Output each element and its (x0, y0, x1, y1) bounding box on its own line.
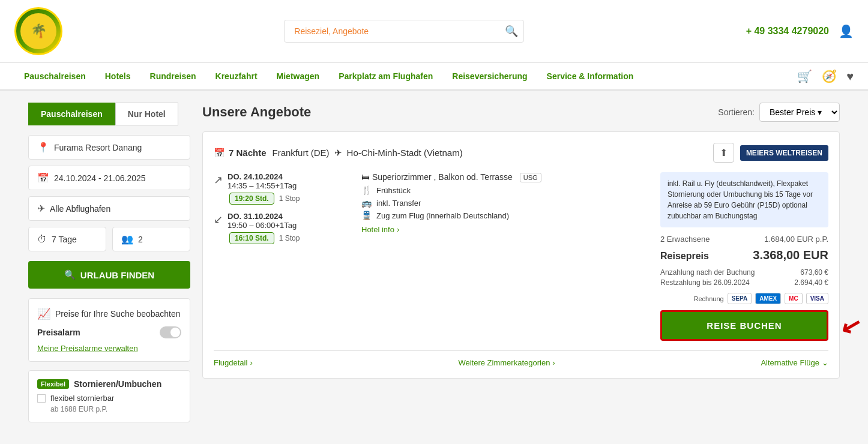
transfer-value: inkl. Transfer (376, 199, 421, 208)
reisepreis-row: Reisepreis 3.368,00 EUR (660, 248, 828, 262)
nav-icons: 🛒 🧭 ♥ (797, 69, 854, 83)
return-flight: ↙ DO. 31.10.2024 19:50 – 06:00+1Tag 16:1… (214, 212, 346, 244)
price-per-person: 1.684,00 EUR p.P. (764, 235, 828, 244)
nights-badge: 📅 7 Nächte (214, 148, 267, 158)
nav-rundreisen[interactable]: Rundreisen (140, 63, 206, 89)
nav-service[interactable]: Service & Information (537, 63, 643, 89)
offer-body: ↗ DO. 24.10.2024 14:35 – 14:55+1Tag 19:2… (214, 172, 828, 341)
anzahlung-value: 673,60 € (800, 268, 828, 277)
chevron-right-icon: › (397, 225, 399, 234)
header-right: + 49 3334 4279020 👤 (746, 24, 854, 38)
meal-icon: 🍴 (361, 185, 372, 195)
find-button[interactable]: 🔍 URLAUB FINDEN (28, 261, 190, 289)
heart-icon[interactable]: ♥ (846, 70, 854, 83)
sidebar: Pauschalreisen Nur Hotel 📍 Furama Resort… (28, 103, 190, 422)
outbound-flight: ↗ DO. 24.10.2024 14:35 – 14:55+1Tag 19:2… (214, 172, 346, 205)
restzahlung-value: 2.694,40 € (794, 278, 828, 287)
nav-hotels[interactable]: Hotels (95, 63, 140, 89)
persons-value: 2 (138, 235, 143, 244)
search-button[interactable]: 🔍 (505, 25, 518, 38)
user-icon[interactable]: 👤 (839, 24, 854, 38)
return-time: 19:50 – 06:00+1Tag (228, 221, 297, 230)
rechnung-label: Rechnung (694, 295, 724, 302)
outbound-date: DO. 24.10.2024 (228, 172, 297, 181)
nav-reiseversicherung[interactable]: Reiseversicherung (442, 63, 537, 89)
trend-icon: 📈 (37, 307, 50, 320)
flight-detail-link[interactable]: Flugdetail › (214, 358, 253, 367)
airports-value: Alle Abflughafen (50, 204, 110, 214)
manage-preisalarm-link[interactable]: Meine Preisalarme verwalten (37, 344, 138, 353)
content-header: Unsere Angebote Sortieren: Bester Preis … (202, 103, 840, 122)
destination-field[interactable]: 📍 Furama Resort Danang (28, 135, 190, 160)
dates-field[interactable]: 📅 24.10.2024 - 21.06.2025 (28, 166, 190, 190)
calendar-icon: 📅 (214, 148, 225, 158)
flight-icon: ✈ (334, 148, 342, 158)
arrive-icon: ↙ (214, 213, 223, 226)
preisalarm-row: Preisalarm (37, 326, 181, 338)
cart-icon[interactable]: 🛒 (797, 69, 812, 83)
outbound-stops: 1 Stop (279, 194, 300, 203)
sidebar-tabs: Pauschalreisen Nur Hotel (28, 103, 190, 125)
sort-label: Sortieren: (718, 107, 755, 117)
days-persons-row: ⏱ 7 Tage 👥 2 (28, 227, 190, 257)
storno-checkbox[interactable] (37, 394, 46, 403)
search-input[interactable] (284, 20, 524, 43)
days-value: 7 Tage (52, 235, 77, 244)
storno-header: Flexibel Stornieren/Umbuchen (37, 379, 181, 389)
persons-icon: 👥 (121, 233, 133, 245)
arrow-annotation: ↙ (838, 310, 865, 341)
airports-field[interactable]: ✈ Alle Abflughafen (28, 196, 190, 221)
nights-value: 7 Nächte (229, 148, 267, 158)
offer-card: 📅 7 Nächte Frankfurt (DE) ✈ Ho-Chi-Minh-… (202, 131, 840, 379)
outbound-duration: 19:20 Std. (229, 193, 274, 205)
zug-value: Zug zum Flug (innerhalb Deutschland) (376, 211, 509, 220)
train-icon: 🚆 (361, 211, 372, 220)
preisalarm-toggle[interactable] (160, 326, 181, 338)
phone-number: + 49 3334 4279020 (746, 26, 829, 37)
flexibel-badge: Flexibel (37, 379, 69, 389)
days-field[interactable]: ⏱ 7 Tage (28, 227, 106, 251)
visa-icon: VISA (806, 293, 828, 304)
compass-icon[interactable]: 🧭 (822, 69, 837, 83)
book-button[interactable]: REISE BUCHEN (660, 310, 828, 341)
sepa-icon: SEPA (728, 293, 752, 304)
amex-icon: AMEX (755, 293, 781, 304)
persons-field[interactable]: 👥 2 (112, 227, 190, 251)
price-watch-title: 📈 Preise für Ihre Suche beobachten (37, 307, 181, 320)
usg-badge: USG (520, 173, 541, 182)
hotel-info-link[interactable]: Hotel info › (361, 225, 645, 234)
search-bar: 🔍 (284, 20, 524, 43)
meal-value: Frühstück (376, 186, 411, 195)
nav-pauschalreisen[interactable]: Pauschalreisen (14, 63, 95, 89)
payment-icons: Rechnung SEPA AMEX MC VISA (660, 293, 828, 304)
share-button[interactable]: ⬆ (713, 143, 734, 163)
anzahlung-label: Anzahlung nach der Buchung (660, 268, 755, 277)
anzahlung-row: Anzahlung nach der Buchung 673,60 € (660, 268, 828, 277)
zug-row: 🚆 Zug zum Flug (innerhalb Deutschland) (361, 211, 645, 220)
alt-flights-link[interactable]: Alternative Flüge ⌄ (761, 358, 828, 367)
mastercard-icon: MC (785, 293, 803, 304)
depart-icon: ↗ (214, 173, 223, 187)
meal-row: 🍴 Frühstück (361, 185, 645, 195)
nav-kreuzfahrt[interactable]: Kreuzfahrt (206, 63, 267, 89)
nav-mietwagen[interactable]: Mietwagen (267, 63, 330, 89)
provider-logo: MEIERS WELTREISEN (740, 145, 828, 161)
transfer-row: 🚌 inkl. Transfer (361, 198, 645, 208)
offer-top-bar: 📅 7 Nächte Frankfurt (DE) ✈ Ho-Chi-Minh-… (214, 143, 828, 163)
storno-box: Flexibel Stornieren/Umbuchen flexibel st… (28, 370, 190, 422)
chevron-icon: › (250, 358, 252, 367)
tab-nur-hotel[interactable]: Nur Hotel (115, 103, 178, 125)
return-duration-row: 16:10 Std. 1 Stop (214, 232, 346, 244)
book-area: REISE BUCHEN ↙ (660, 310, 828, 341)
room-type: 🛏 Superiorzimmer , Balkon od. Terrasse U… (361, 172, 645, 182)
offer-flights: ↗ DO. 24.10.2024 14:35 – 14:55+1Tag 19:2… (214, 172, 346, 341)
dates-value: 24.10.2024 - 21.06.2025 (54, 173, 146, 183)
storno-row: flexibel stornierbar (37, 394, 181, 403)
tab-pauschalreisen[interactable]: Pauschalreisen (28, 103, 115, 125)
more-rooms-link[interactable]: Weitere Zimmerkategorien › (458, 358, 555, 367)
nav-parkplatz[interactable]: Parkplatz am Flughafen (329, 63, 442, 89)
offer-top-right: ⬆ MEIERS WELTREISEN (713, 143, 828, 163)
sort-select[interactable]: Bester Preis ▾ (759, 103, 840, 122)
logo[interactable]: 🌴 (14, 7, 62, 55)
return-date: DO. 31.10.2024 (228, 212, 297, 221)
